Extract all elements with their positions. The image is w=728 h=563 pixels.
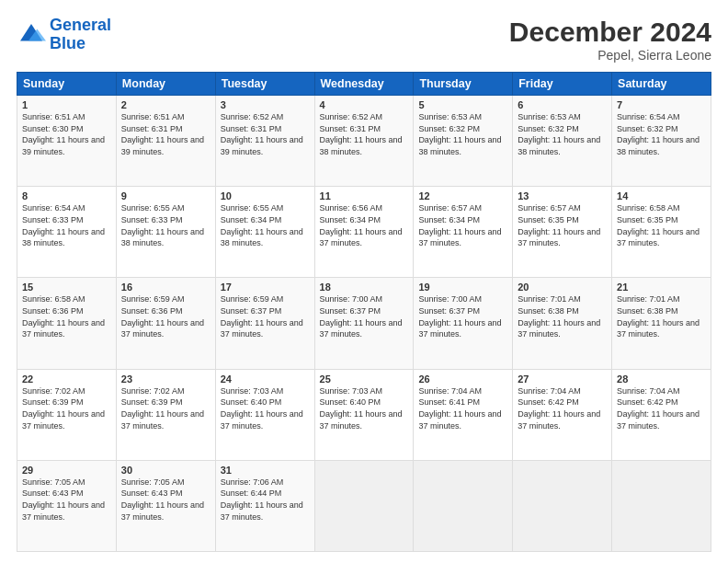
calendar-day-cell: 21 Sunrise: 7:01 AMSunset: 6:38 PMDaylig… (612, 278, 711, 369)
calendar-week-row: 15 Sunrise: 6:58 AMSunset: 6:36 PMDaylig… (17, 278, 711, 369)
day-number: 19 (418, 282, 507, 293)
calendar-day-cell: 29 Sunrise: 7:05 AMSunset: 6:43 PMDaylig… (17, 460, 117, 551)
calendar-day-header: Saturday (612, 73, 711, 96)
day-number: 15 (22, 282, 111, 293)
calendar-day-header: Monday (116, 73, 215, 96)
day-number: 21 (617, 282, 706, 293)
day-number: 20 (518, 282, 607, 293)
logo-text: General Blue (50, 17, 111, 53)
calendar-day-cell: 23 Sunrise: 7:02 AMSunset: 6:39 PMDaylig… (116, 369, 215, 460)
calendar-day-cell: 25 Sunrise: 7:03 AMSunset: 6:40 PMDaylig… (314, 369, 414, 460)
calendar-day-cell (414, 460, 513, 551)
calendar-day-cell (612, 460, 711, 551)
day-number: 6 (518, 99, 607, 110)
day-number: 22 (22, 373, 111, 385)
day-info: Sunrise: 7:02 AMSunset: 6:39 PMDaylight:… (121, 386, 204, 431)
calendar-day-cell: 31 Sunrise: 7:06 AMSunset: 6:44 PMDaylig… (215, 460, 314, 551)
day-number: 26 (418, 373, 507, 385)
day-info: Sunrise: 6:53 AMSunset: 6:32 PMDaylight:… (518, 112, 600, 156)
day-info: Sunrise: 6:59 AMSunset: 6:37 PMDaylight:… (221, 294, 303, 339)
day-number: 1 (22, 99, 111, 110)
logo-icon (17, 20, 46, 50)
calendar-day-cell: 26 Sunrise: 7:04 AMSunset: 6:41 PMDaylig… (414, 369, 513, 460)
calendar-day-header: Wednesday (314, 73, 414, 96)
day-info: Sunrise: 7:04 AMSunset: 6:42 PMDaylight:… (617, 386, 700, 431)
day-number: 4 (320, 99, 409, 110)
calendar-day-cell: 5 Sunrise: 6:53 AMSunset: 6:32 PMDayligh… (414, 96, 513, 187)
day-info: Sunrise: 6:58 AMSunset: 6:35 PMDaylight:… (617, 203, 700, 247)
day-info: Sunrise: 7:01 AMSunset: 6:38 PMDaylight:… (617, 294, 700, 339)
calendar-week-row: 22 Sunrise: 7:02 AMSunset: 6:39 PMDaylig… (17, 369, 711, 460)
day-info: Sunrise: 6:55 AMSunset: 6:33 PMDaylight:… (121, 203, 204, 247)
day-info: Sunrise: 6:51 AMSunset: 6:31 PMDaylight:… (121, 112, 204, 156)
day-info: Sunrise: 6:55 AMSunset: 6:34 PMDaylight:… (221, 203, 303, 247)
calendar-day-cell: 24 Sunrise: 7:03 AMSunset: 6:40 PMDaylig… (215, 369, 314, 460)
calendar-week-row: 1 Sunrise: 6:51 AMSunset: 6:30 PMDayligh… (17, 96, 711, 187)
day-number: 3 (221, 99, 310, 110)
calendar-day-cell: 27 Sunrise: 7:04 AMSunset: 6:42 PMDaylig… (513, 369, 612, 460)
day-info: Sunrise: 7:00 AMSunset: 6:37 PMDaylight:… (320, 294, 403, 339)
day-info: Sunrise: 6:52 AMSunset: 6:31 PMDaylight:… (221, 112, 303, 156)
calendar-day-cell: 16 Sunrise: 6:59 AMSunset: 6:36 PMDaylig… (116, 278, 215, 369)
day-number: 12 (418, 190, 507, 201)
calendar-table: SundayMondayTuesdayWednesdayThursdayFrid… (17, 72, 711, 552)
main-title: December 2024 (509, 17, 711, 48)
day-number: 11 (320, 190, 409, 201)
day-info: Sunrise: 6:58 AMSunset: 6:36 PMDaylight:… (22, 294, 105, 339)
day-number: 5 (418, 99, 507, 110)
calendar-day-cell: 30 Sunrise: 7:05 AMSunset: 6:43 PMDaylig… (116, 460, 215, 551)
day-info: Sunrise: 7:02 AMSunset: 6:39 PMDaylight:… (22, 386, 105, 431)
calendar-day-header: Tuesday (215, 73, 314, 96)
calendar-day-header: Friday (513, 73, 612, 96)
calendar-day-cell: 1 Sunrise: 6:51 AMSunset: 6:30 PMDayligh… (17, 96, 117, 187)
logo: General Blue (17, 17, 111, 53)
calendar-day-cell: 3 Sunrise: 6:52 AMSunset: 6:31 PMDayligh… (215, 96, 314, 187)
day-number: 29 (22, 465, 111, 476)
calendar-day-cell: 9 Sunrise: 6:55 AMSunset: 6:33 PMDayligh… (116, 187, 215, 278)
calendar-day-cell: 20 Sunrise: 7:01 AMSunset: 6:38 PMDaylig… (513, 278, 612, 369)
calendar-day-header: Sunday (17, 73, 117, 96)
day-info: Sunrise: 7:03 AMSunset: 6:40 PMDaylight:… (221, 386, 303, 431)
calendar-day-cell: 6 Sunrise: 6:53 AMSunset: 6:32 PMDayligh… (513, 96, 612, 187)
day-info: Sunrise: 7:01 AMSunset: 6:38 PMDaylight:… (518, 294, 600, 339)
day-number: 16 (121, 282, 210, 293)
calendar-day-cell: 2 Sunrise: 6:51 AMSunset: 6:31 PMDayligh… (116, 96, 215, 187)
day-number: 18 (320, 282, 409, 293)
day-info: Sunrise: 6:56 AMSunset: 6:34 PMDaylight:… (320, 203, 403, 247)
day-info: Sunrise: 6:54 AMSunset: 6:32 PMDaylight:… (617, 112, 700, 156)
day-info: Sunrise: 7:03 AMSunset: 6:40 PMDaylight:… (320, 386, 403, 431)
day-info: Sunrise: 7:06 AMSunset: 6:44 PMDaylight:… (221, 477, 303, 522)
calendar-day-cell: 4 Sunrise: 6:52 AMSunset: 6:31 PMDayligh… (314, 96, 414, 187)
subtitle: Pepel, Sierra Leone (509, 48, 711, 63)
title-block: December 2024 Pepel, Sierra Leone (509, 17, 711, 63)
calendar-day-cell: 7 Sunrise: 6:54 AMSunset: 6:32 PMDayligh… (612, 96, 711, 187)
day-info: Sunrise: 7:04 AMSunset: 6:41 PMDaylight:… (418, 386, 501, 431)
day-info: Sunrise: 6:53 AMSunset: 6:32 PMDaylight:… (418, 112, 501, 156)
day-info: Sunrise: 7:00 AMSunset: 6:37 PMDaylight:… (418, 294, 501, 339)
day-info: Sunrise: 6:52 AMSunset: 6:31 PMDaylight:… (320, 112, 403, 156)
calendar-day-header: Thursday (414, 73, 513, 96)
calendar-day-cell: 14 Sunrise: 6:58 AMSunset: 6:35 PMDaylig… (612, 187, 711, 278)
day-info: Sunrise: 6:57 AMSunset: 6:34 PMDaylight:… (418, 203, 501, 247)
day-number: 17 (221, 282, 310, 293)
calendar-day-cell: 11 Sunrise: 6:56 AMSunset: 6:34 PMDaylig… (314, 187, 414, 278)
calendar-day-cell: 19 Sunrise: 7:00 AMSunset: 6:37 PMDaylig… (414, 278, 513, 369)
day-info: Sunrise: 7:05 AMSunset: 6:43 PMDaylight:… (121, 477, 204, 522)
header: General Blue December 2024 Pepel, Sierra… (17, 17, 711, 63)
day-info: Sunrise: 6:51 AMSunset: 6:30 PMDaylight:… (22, 112, 105, 156)
day-number: 7 (617, 99, 706, 110)
day-number: 14 (617, 190, 706, 201)
day-number: 25 (320, 373, 409, 385)
calendar-day-cell: 13 Sunrise: 6:57 AMSunset: 6:35 PMDaylig… (513, 187, 612, 278)
day-number: 27 (518, 373, 607, 385)
calendar-day-cell: 18 Sunrise: 7:00 AMSunset: 6:37 PMDaylig… (314, 278, 414, 369)
day-number: 2 (121, 99, 210, 110)
calendar-day-cell: 28 Sunrise: 7:04 AMSunset: 6:42 PMDaylig… (612, 369, 711, 460)
day-info: Sunrise: 6:59 AMSunset: 6:36 PMDaylight:… (121, 294, 204, 339)
calendar-week-row: 8 Sunrise: 6:54 AMSunset: 6:33 PMDayligh… (17, 187, 711, 278)
day-number: 31 (221, 465, 310, 476)
day-number: 28 (617, 373, 706, 385)
calendar-day-cell: 8 Sunrise: 6:54 AMSunset: 6:33 PMDayligh… (17, 187, 117, 278)
day-number: 13 (518, 190, 607, 201)
calendar-day-cell: 17 Sunrise: 6:59 AMSunset: 6:37 PMDaylig… (215, 278, 314, 369)
